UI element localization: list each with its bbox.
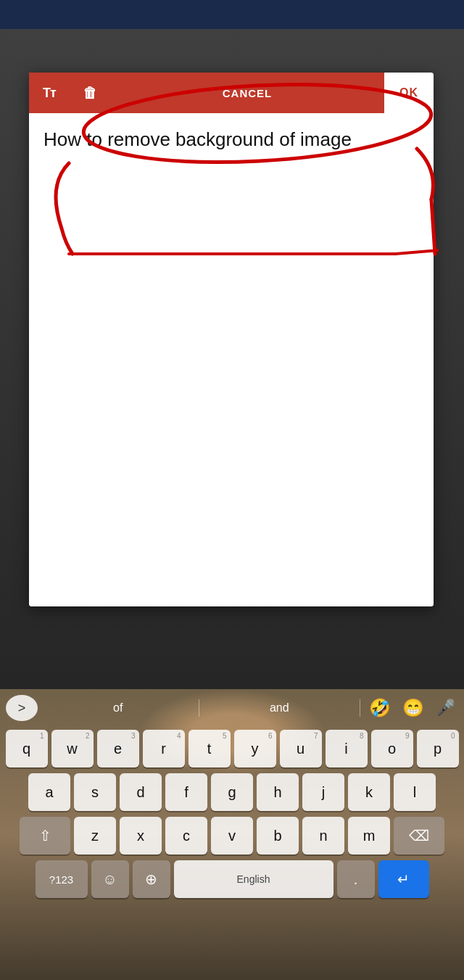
key-c[interactable]: c	[165, 817, 207, 855]
key-u[interactable]: u7	[280, 730, 322, 767]
background-overlay: Tт 🗑 CANCEL OK How to remove background …	[0, 29, 464, 689]
key-a[interactable]: a	[28, 773, 70, 811]
key-k[interactable]: k	[348, 773, 390, 811]
key-t[interactable]: t5	[188, 730, 231, 767]
key-j[interactable]: j	[302, 773, 344, 811]
key-g[interactable]: g	[211, 773, 253, 811]
key-z[interactable]: z	[74, 817, 116, 855]
key-e[interactable]: e3	[97, 730, 139, 767]
key-s[interactable]: s	[74, 773, 116, 811]
suggestion-emoji-2[interactable]: 😁	[399, 698, 427, 718]
key-row-3: ⇧ z x c v b n m ⌫	[3, 817, 461, 855]
text-format-button[interactable]: Tт	[29, 73, 70, 113]
key-x[interactable]: x	[120, 817, 162, 855]
dialog-text: How to remove background of image	[44, 128, 419, 152]
globe-key[interactable]: ⊕	[133, 860, 170, 898]
microphone-button[interactable]: 🎤	[433, 699, 458, 717]
key-l[interactable]: l	[394, 773, 436, 811]
key-q[interactable]: q1	[6, 730, 48, 767]
key-f[interactable]: f	[165, 773, 207, 811]
suggestion-emoji-1[interactable]: 🤣	[366, 698, 394, 718]
numbers-key[interactable]: ?123	[36, 860, 88, 898]
suggestion-divider-2	[360, 699, 360, 717]
emoji-key[interactable]: ☺	[91, 860, 129, 898]
key-m[interactable]: m	[348, 817, 390, 855]
key-h[interactable]: h	[257, 773, 299, 811]
enter-key[interactable]: ↵	[378, 860, 429, 898]
key-i[interactable]: i8	[326, 730, 368, 767]
key-p[interactable]: p0	[417, 730, 459, 767]
suggestion-of[interactable]: of	[44, 695, 193, 721]
trash-icon: 🗑	[83, 85, 97, 102]
space-key[interactable]: English	[174, 860, 334, 898]
key-row-4: ?123 ☺ ⊕ English . ↵	[3, 860, 461, 898]
keyboard-keys: q1 w2 e3 r4 t5 y6 u7 i8 o9 p0 a s d f g …	[0, 727, 464, 907]
keyboard: > of and 🤣 😁 🎤 q1 w2 e3 r4 t5 y6 u7 i8 o…	[0, 689, 464, 980]
text-editor-dialog: Tт 🗑 CANCEL OK How to remove background …	[29, 73, 434, 606]
key-row-1: q1 w2 e3 r4 t5 y6 u7 i8 o9 p0	[3, 730, 461, 767]
keyboard-area: > of and 🤣 😁 🎤 q1 w2 e3 r4 t5 y6 u7 i8 o…	[0, 689, 464, 980]
key-n[interactable]: n	[302, 817, 344, 855]
key-o[interactable]: o9	[371, 730, 413, 767]
suggestion-divider-1	[199, 699, 199, 717]
key-b[interactable]: b	[257, 817, 299, 855]
dialog-content[interactable]: How to remove background of image	[29, 113, 434, 606]
ok-button[interactable]: OK	[384, 73, 434, 113]
backspace-key[interactable]: ⌫	[394, 817, 444, 855]
expand-suggestions-button[interactable]: >	[6, 695, 38, 721]
suggestion-and[interactable]: and	[205, 695, 355, 721]
dialog-toolbar: Tт 🗑 CANCEL OK	[29, 73, 434, 113]
cancel-button[interactable]: CANCEL	[110, 73, 384, 113]
key-d[interactable]: d	[120, 773, 162, 811]
key-w[interactable]: w2	[51, 730, 94, 767]
shift-key[interactable]: ⇧	[20, 817, 70, 855]
key-v[interactable]: v	[211, 817, 253, 855]
status-bar	[0, 0, 464, 29]
suggestions-bar: > of and 🤣 😁 🎤	[0, 689, 464, 727]
key-row-2: a s d f g h j k l	[3, 773, 461, 811]
key-y[interactable]: y6	[234, 730, 276, 767]
period-key[interactable]: .	[337, 860, 375, 898]
delete-button[interactable]: 🗑	[70, 73, 110, 113]
key-r[interactable]: r4	[143, 730, 185, 767]
